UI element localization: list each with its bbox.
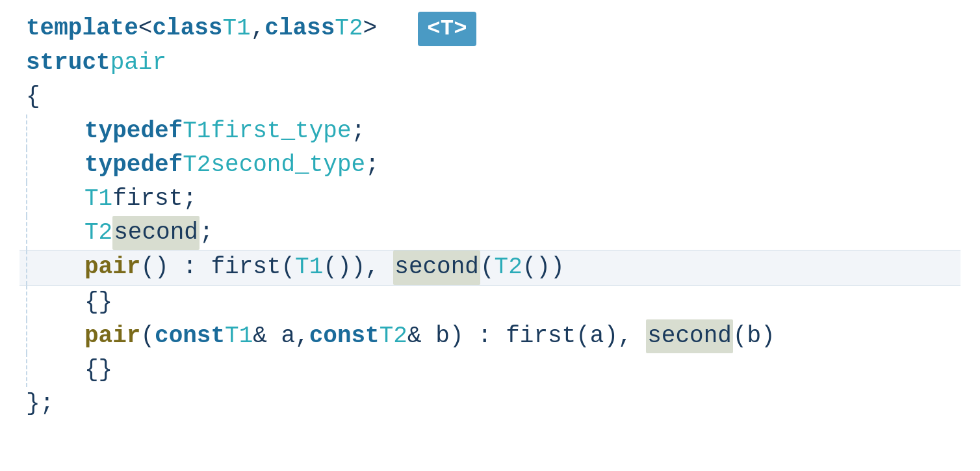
code-line-t1-first: T1 first; bbox=[19, 182, 961, 216]
code-line-typedef1: typedef T1 first_type ; bbox=[19, 114, 961, 148]
template-badge: <T> bbox=[418, 12, 476, 46]
code-line-empty-body2: {} bbox=[19, 353, 961, 387]
code-line-typedef2: typedef T2 second_type ; bbox=[19, 148, 961, 182]
code-line-pair-constructor1: pair () : first( T1 ()), second ( T2 ()) bbox=[19, 250, 961, 285]
code-line-empty-body1: {} bbox=[19, 286, 961, 319]
code-editor: template < class T1 , class T2 > <T> str… bbox=[19, 12, 961, 421]
kw-template: template bbox=[26, 12, 138, 46]
code-line-open-brace: { bbox=[19, 80, 961, 114]
code-line-t2-second: T2 second ; bbox=[19, 216, 961, 250]
code-line-struct: struct pair bbox=[19, 46, 961, 80]
code-line-template: template < class T1 , class T2 > <T> bbox=[19, 12, 961, 46]
code-line-pair-constructor2: pair ( const T1 & a, const T2 & b) : fir… bbox=[19, 319, 961, 353]
code-line-close-brace: }; bbox=[19, 387, 961, 421]
